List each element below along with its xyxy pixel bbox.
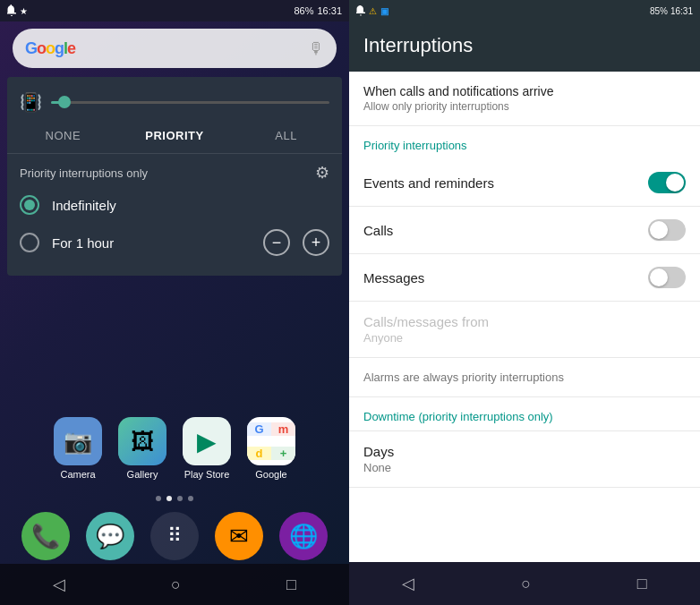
mode-tabs: NONE PRIORITY ALL [7,118,342,154]
browser-app[interactable]: 🌐 [279,512,328,560]
volume-slider-track[interactable] [51,101,329,104]
calls-from-section: Calls/messages from Anyone [349,302,700,358]
messages-toggle-thumb [650,268,668,286]
app-grid: 📷 Camera 🖼 Gallery ▶ Play Store G m d + … [0,417,349,480]
days-item[interactable]: Days None [349,431,700,488]
home-button-right[interactable]: ○ [521,575,531,593]
status-bar-right: ⚠ ▣ 85% 16:31 [349,0,700,21]
vibrate-icon: 📳 [20,91,42,113]
gallery-icon: 🖼 [118,417,166,465]
gallery-app[interactable]: 🖼 Gallery [118,417,166,480]
google-logo: Google [25,39,75,58]
playstore-icon: ▶ [183,417,231,465]
messages-app[interactable]: 💬 [86,512,134,560]
page-title: Interruptions [363,34,686,57]
messages-icon: 💬 [86,512,134,560]
content-area: When calls and notifications arrive Allo… [349,72,700,562]
email-icon: ✉ [215,512,263,560]
home-button-left[interactable]: ○ [171,575,181,594]
dot-1 [156,496,161,501]
gear-icon[interactable]: ⚙ [315,163,329,183]
events-toggle-thumb [666,174,684,192]
apps-icon: ⠿ [150,512,199,560]
mic-icon[interactable]: 🎙 [308,39,324,58]
left-panel: ★ 86% 16:31 Google 🎙 📳 NONE PRIORITY ALL [0,0,349,605]
volume-slider-row: 📳 [7,86,342,118]
google-icon: G m d + [247,417,295,465]
phone-app[interactable]: 📞 [21,512,70,560]
calls-toggle[interactable] [648,219,686,241]
calls-toggle-row[interactable]: Calls [349,207,700,254]
priority-section-header: Priority interruptions [349,126,700,159]
search-bar[interactable]: Google 🎙 [13,29,337,68]
dot-2 [166,496,172,501]
alarms-note: Alarms are always priority interruptions [349,358,700,397]
gallery-label: Gallery [127,469,158,480]
messages-toggle[interactable] [648,267,686,288]
dot-3 [177,496,183,501]
camera-label: Camera [60,469,95,480]
slider-thumb [58,96,71,108]
downtime-section: Downtime (priority interruptions only) [349,397,700,431]
interruptions-header: Interruptions [349,21,700,72]
priority-label: Priority interruptions only [20,166,148,180]
apps-app[interactable]: ⠿ [150,512,199,560]
app-icon-right: ▣ [380,6,388,16]
playstore-app[interactable]: ▶ Play Store [183,417,231,480]
notification-icon-right [356,5,365,16]
messages-label: Messages [363,270,424,285]
phone-icon: 📞 [21,512,70,560]
calls-label: Calls [363,223,393,238]
right-status-icons-left: 86% 16:31 [294,5,342,16]
tab-priority[interactable]: PRIORITY [119,122,231,149]
google-label: Google [255,469,286,480]
recent-button-right[interactable]: □ [637,575,647,593]
days-value: None [363,461,686,474]
events-toggle-row[interactable]: Events and reminders [349,159,700,207]
indefinitely-option[interactable]: Indefinitely [7,188,342,222]
indefinitely-radio[interactable] [20,195,39,215]
for-hour-option[interactable]: For 1 hour − + [7,222,342,263]
camera-icon: 📷 [54,417,102,465]
days-label: Days [363,444,686,459]
when-calls-subtitle: Allow only priority interruptions [363,100,686,113]
notification-icon [7,4,16,17]
for-hour-radio[interactable] [20,233,39,252]
events-toggle[interactable] [648,172,686,193]
tab-none[interactable]: NONE [7,122,119,149]
calls-toggle-thumb [650,221,668,239]
time-left: 16:31 [317,5,342,16]
nav-bar-left: ◁ ○ □ [0,564,349,605]
decrement-button[interactable]: − [263,229,290,256]
right-status-icons-right: 85% 16:31 [650,6,693,16]
indefinitely-label: Indefinitely [52,198,329,213]
right-panel: ⚠ ▣ 85% 16:31 Interruptions When calls a… [349,0,700,605]
nav-bar-right: ◁ ○ □ [349,562,700,605]
recent-button-left[interactable]: □ [286,575,296,594]
browser-icon: 🌐 [279,512,328,560]
back-button-right[interactable]: ◁ [402,574,414,593]
bottom-apps: 📞 💬 ⠿ ✉ 🌐 [0,512,349,560]
battery-text-left: 86% [294,5,313,16]
back-button-left[interactable]: ◁ [53,575,65,594]
right-left-icons: ⚠ ▣ [356,5,388,16]
events-label: Events and reminders [363,175,494,191]
left-star-icon: ★ [20,6,28,16]
camera-app[interactable]: 📷 Camera [54,417,102,480]
messages-toggle-row[interactable]: Messages [349,254,700,302]
when-calls-item[interactable]: When calls and notifications arrive Allo… [349,72,700,126]
priority-row: Priority interruptions only ⚙ [7,154,342,188]
page-dots [0,496,349,501]
battery-text-right: 85% [650,6,668,16]
left-status-icons: ★ [7,4,28,17]
increment-button[interactable]: + [303,229,329,256]
tab-all[interactable]: ALL [230,122,342,149]
google-app[interactable]: G m d + Google [247,417,295,480]
warning-icon: ⚠ [369,6,377,16]
dot-4 [188,496,193,501]
calls-from-title: Calls/messages from [363,314,686,329]
for-hour-label: For 1 hour [52,235,251,251]
playstore-label: Play Store [184,469,230,480]
email-app[interactable]: ✉ [215,512,263,560]
volume-popup: 📳 NONE PRIORITY ALL Priority interruptio… [7,77,342,276]
